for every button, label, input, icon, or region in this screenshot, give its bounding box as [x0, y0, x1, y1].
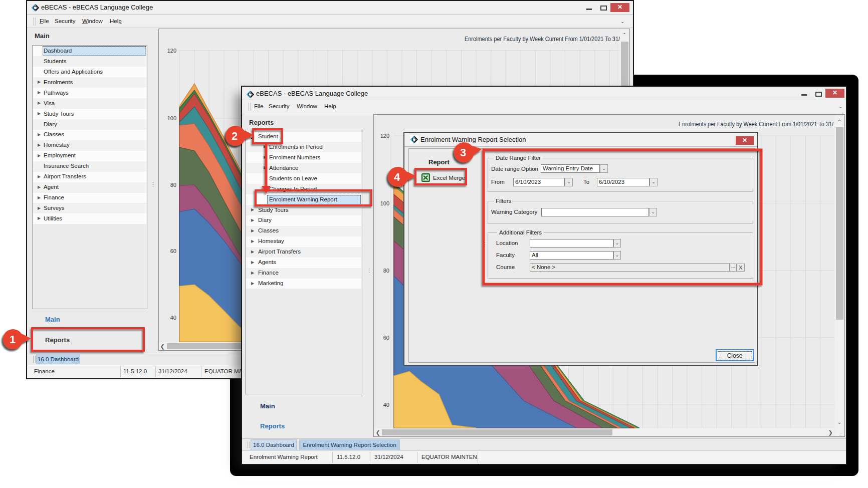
svg-text:.:: .: — [839, 432, 841, 436]
svg-text:120: 120 — [167, 48, 176, 54]
svg-text:⌃: ⌃ — [622, 32, 626, 38]
svg-text:40: 40 — [383, 402, 389, 408]
svg-text:100: 100 — [167, 115, 176, 121]
svg-text:Enrolments per Faculty by Week: Enrolments per Faculty by Week Current F… — [679, 121, 834, 128]
svg-text:Enrolments per Faculty by Week: Enrolments per Faculty by Week Current F… — [465, 36, 620, 43]
svg-text:❯: ❯ — [828, 429, 832, 436]
svg-text:❮: ❮ — [375, 429, 380, 436]
svg-text:60: 60 — [383, 335, 389, 341]
svg-text:❮: ❮ — [160, 343, 164, 350]
svg-text:80: 80 — [383, 268, 389, 274]
svg-text:⌃: ⌃ — [837, 119, 841, 124]
svg-text:80: 80 — [170, 182, 176, 188]
svg-text:60: 60 — [170, 248, 176, 254]
svg-text:100: 100 — [380, 200, 389, 206]
svg-text:120: 120 — [380, 133, 389, 139]
svg-text:1: 1 — [10, 333, 16, 346]
svg-text:⌄: ⌄ — [837, 419, 841, 425]
svg-text:40: 40 — [170, 315, 176, 321]
